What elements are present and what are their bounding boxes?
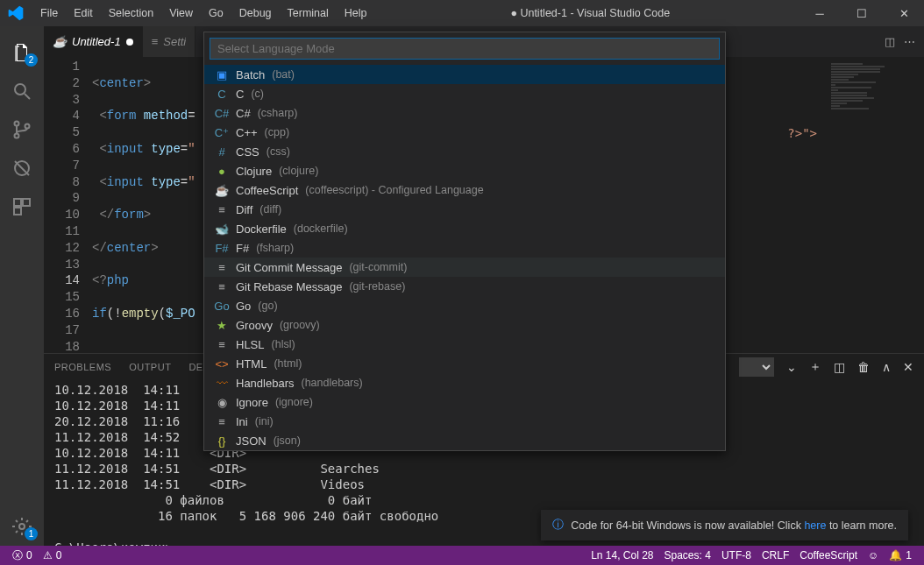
language-hint: (diff) (259, 203, 281, 215)
status-feedback[interactable]: ☺ (863, 549, 884, 561)
language-option[interactable]: 〰Handlebars(handlebars) (204, 373, 725, 392)
status-warnings[interactable]: ⚠0 (38, 549, 68, 561)
language-hint: (handlebars) (302, 377, 363, 389)
dirty-indicator-icon (126, 39, 133, 46)
menu-debug[interactable]: Debug (232, 4, 279, 23)
language-option[interactable]: ★Groovy(groovy) (204, 315, 725, 335)
language-icon: ● (215, 164, 229, 178)
minimize-button[interactable]: ─ (807, 7, 833, 20)
truncated-code-fragment: ?>"> (787, 125, 817, 142)
tab-label: Settings (163, 35, 186, 48)
tab-settings[interactable]: ≡ Settings (143, 26, 196, 57)
language-option[interactable]: 🐋Dockerfile(dockerfile) (204, 219, 725, 238)
language-option[interactable]: ☕CoffeeScript(coffeescript) - Configured… (204, 180, 725, 200)
language-option[interactable]: GoGo(go) (204, 296, 725, 315)
bug-icon (11, 158, 32, 179)
panel-tab-output[interactable]: OUTPUT (129, 362, 171, 372)
status-eol[interactable]: CRLF (757, 549, 794, 561)
more-actions-icon[interactable]: ⋯ (904, 35, 915, 48)
smiley-icon: ☺ (868, 549, 878, 561)
language-option[interactable]: F#F#(fsharp) (204, 238, 725, 258)
menu-go[interactable]: Go (202, 4, 231, 23)
svg-point-10 (19, 524, 25, 529)
notification-toast[interactable]: ⓘ Code for 64-bit Windows is now availab… (541, 510, 908, 540)
chevron-down-icon[interactable]: ⌄ (786, 360, 797, 374)
close-button[interactable]: ✕ (891, 7, 917, 20)
language-hint: (fsharp) (256, 242, 294, 254)
language-option[interactable]: ≡Diff(diff) (204, 200, 725, 219)
status-encoding[interactable]: UTF-8 (716, 549, 757, 561)
language-label: C++ (236, 126, 258, 139)
language-option[interactable]: ◉Ignore(ignore) (204, 392, 725, 412)
language-icon: # (215, 145, 229, 159)
language-label: Go (236, 300, 251, 313)
menu-file[interactable]: File (33, 4, 65, 23)
menu-edit[interactable]: Edit (67, 4, 100, 23)
activity-explorer[interactable]: 2 (1, 33, 43, 72)
svg-rect-8 (23, 199, 30, 206)
language-option[interactable]: C⁺C++(cpp) (204, 123, 725, 142)
minimap[interactable] (828, 57, 924, 353)
activity-search[interactable] (1, 72, 43, 110)
quickpick-list: ▣Batch(bat)CC(c)C#C#(csharp)C⁺C++(cpp)#C… (204, 65, 725, 450)
activity-extensions[interactable] (1, 187, 43, 226)
language-option[interactable]: ●Clojure(clojure) (204, 161, 725, 180)
language-icon: ≡ (215, 337, 229, 351)
new-terminal-icon[interactable]: ＋ (809, 359, 821, 375)
language-option[interactable]: <>HTML(html) (204, 354, 725, 373)
svg-line-1 (25, 94, 30, 99)
language-option[interactable]: ≡Git Rebase Message(git-rebase) (204, 277, 725, 296)
status-ln-col[interactable]: Ln 14, Col 28 (586, 549, 658, 561)
language-label: Clojure (236, 165, 272, 178)
language-label: Batch (236, 68, 265, 81)
language-hint: (cpp) (265, 126, 289, 138)
status-language[interactable]: CoffeeScript (794, 549, 863, 561)
split-terminal-icon[interactable]: ◫ (834, 360, 845, 374)
language-option[interactable]: C#C#(csharp) (204, 103, 725, 123)
language-icon: C# (215, 106, 229, 120)
svg-rect-9 (14, 208, 21, 215)
language-option[interactable]: {}JSON(json) (204, 431, 725, 450)
status-indent[interactable]: Spaces: 4 (659, 549, 716, 561)
panel-tab-problems[interactable]: PROBLEMS (54, 362, 111, 372)
language-option[interactable]: CC(c) (204, 84, 725, 103)
window-title: ● Untitled-1 - Visual Studio Code (374, 7, 807, 19)
vscode-logo-icon (7, 4, 25, 22)
activity-source-control[interactable] (1, 110, 43, 149)
status-errors[interactable]: ⓧ0 (7, 548, 38, 563)
language-option[interactable]: ≡Ini(ini) (204, 412, 725, 431)
activity-debug[interactable] (1, 149, 43, 187)
line-number-gutter: 1234 5678 9101112 13141516 1718 (44, 57, 92, 353)
status-bar: ⓧ0 ⚠0 Ln 14, Col 28 Spaces: 4 UTF-8 CRLF… (0, 546, 924, 565)
toast-link[interactable]: here (804, 519, 826, 532)
language-label: Diff (236, 203, 252, 216)
language-option[interactable]: ≡Git Commit Message(git-commit) (204, 258, 725, 277)
menu-bar: File Edit Selection View Go Debug Termin… (33, 4, 374, 23)
language-option[interactable]: ▣Batch(bat) (204, 65, 725, 84)
language-icon: 〰 (215, 376, 229, 390)
tab-untitled-1[interactable]: ☕ Untitled-1 (44, 26, 143, 57)
menu-help[interactable]: Help (338, 4, 374, 23)
terminal-selector[interactable] (739, 357, 774, 377)
activity-settings[interactable]: 1 (1, 507, 43, 546)
panel-actions: ⌄ ＋ ◫ 🗑 ∧ ✕ (739, 357, 913, 377)
quickpick-input[interactable] (210, 38, 720, 60)
menu-terminal[interactable]: Terminal (281, 4, 336, 23)
maximize-button[interactable]: ☐ (849, 7, 875, 20)
language-label: CSS (236, 145, 259, 159)
language-icon: C (215, 87, 229, 101)
menu-selection[interactable]: Selection (102, 4, 160, 23)
language-hint: (html) (274, 357, 302, 370)
maximize-panel-icon[interactable]: ∧ (882, 360, 891, 374)
close-panel-icon[interactable]: ✕ (903, 360, 913, 374)
toast-message: Code for 64-bit Windows is now available… (571, 519, 897, 532)
status-notifications[interactable]: 🔔1 (884, 549, 917, 561)
split-editor-icon[interactable]: ◫ (885, 35, 895, 48)
extensions-icon (11, 196, 32, 217)
tab-actions: ◫ ⋯ (876, 26, 924, 57)
language-option[interactable]: ≡HLSL(hlsl) (204, 335, 725, 354)
language-label: Handlebars (236, 377, 295, 390)
kill-terminal-icon[interactable]: 🗑 (857, 360, 870, 374)
language-option[interactable]: #CSS(css) (204, 142, 725, 161)
menu-view[interactable]: View (162, 4, 200, 23)
